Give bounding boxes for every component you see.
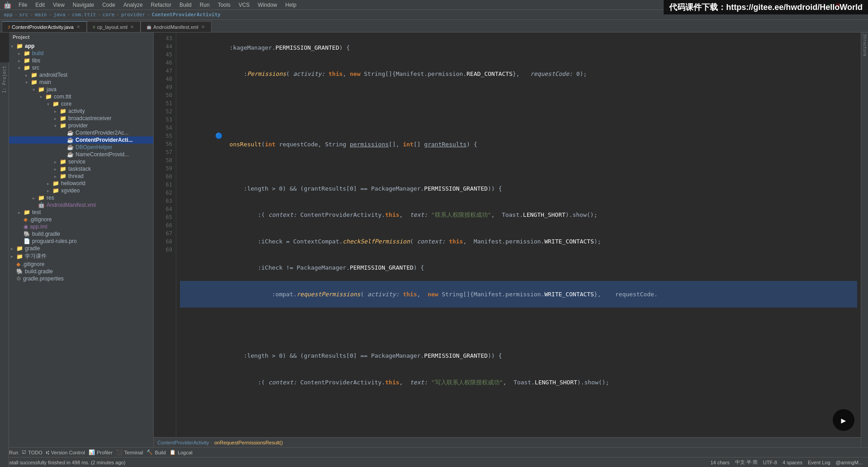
dbhelper-icon: ☕ [67, 144, 74, 150]
build-action[interactable]: 🔨 Build [146, 449, 165, 455]
tree-study[interactable]: ▸ 📁 学习课件 [9, 252, 153, 261]
tree-core[interactable]: ▾ 📁 core [9, 100, 153, 107]
breadcrumb-file[interactable]: ContentProviderActivity [157, 440, 209, 445]
tree-gradle-root[interactable]: ▸ 📁 gradle [9, 245, 153, 252]
menu-view[interactable]: View [49, 1, 68, 9]
status-bar: Install successfully finished in 498 ms.… [0, 457, 868, 467]
tree-main[interactable]: ▾ 📁 main [9, 79, 153, 86]
profiler-label[interactable]: Profiler [97, 450, 113, 455]
tree-libs[interactable]: ▸ 📁 libs [9, 57, 153, 64]
tab-layout-close[interactable]: ✕ [129, 24, 135, 29]
tree-build[interactable]: ▸ 📁 build [9, 50, 153, 57]
logcat-action[interactable]: 📋 Logcat [170, 449, 193, 455]
build-label[interactable]: Build [155, 450, 165, 455]
java-folder-icon: 📁 [38, 86, 45, 93]
menu-analyze[interactable]: Analyze [120, 1, 146, 9]
tab-java[interactable]: J ContentProviderActivity.java ✕ [2, 21, 87, 32]
path-java[interactable]: java [53, 12, 66, 18]
study-icon: 📁 [16, 253, 23, 260]
terminal-action[interactable]: ⬛ Terminal [116, 449, 143, 455]
menu-window[interactable]: Window [254, 1, 281, 9]
breadcrumb-method[interactable]: onRequestPermissionsResult() [214, 440, 283, 445]
menu-file[interactable]: File [15, 1, 31, 9]
profiler-icon: 📊 [89, 449, 95, 455]
structure-panel-icon[interactable]: Structure [863, 34, 867, 56]
java-icon: J [8, 25, 10, 29]
tree-namecontent[interactable]: ▸ ☕ NameContentProvid... [9, 151, 153, 158]
tree-cpa[interactable]: ▸ ☕ ContentProviderActi... [9, 136, 153, 144]
indent-info[interactable]: 4 spaces [783, 460, 802, 465]
menu-build[interactable]: Build [176, 1, 195, 9]
tree-app[interactable]: ▾ 📁 app [9, 42, 153, 50]
path-src[interactable]: src [19, 12, 28, 18]
res-icon: 📁 [38, 195, 45, 201]
app-icon: 🤖 [4, 1, 11, 9]
tree-java-folder[interactable]: ▾ 📁 java [9, 86, 153, 93]
tab-manifest-close[interactable]: ✕ [200, 24, 206, 29]
code-line-61: :length > 0) && (grantResults[0] == Pack… [180, 343, 857, 369]
tree-appiml[interactable]: ▸ ◉ app.iml [9, 223, 153, 230]
todo-action[interactable]: ☑ TODO [22, 449, 42, 455]
tree-buildgradle-root[interactable]: ▸ 🐘 build.gradle [9, 268, 153, 275]
gradle-root-icon: 📁 [16, 245, 23, 252]
tab-layout-xml[interactable]: X cp_layout.xml ✕ [87, 21, 141, 32]
menu-vcs[interactable]: VCS [235, 1, 254, 9]
code-text[interactable]: :kageManager.PERMISSION_GRANTED) { :Perm… [176, 33, 861, 437]
java-file-selected-icon: ☕ [67, 137, 74, 143]
run-label[interactable]: Run [9, 450, 18, 455]
tab-manifest-xml[interactable]: 🤖 AndroidManifest.xml ✕ [141, 21, 212, 32]
activity-label: activity [68, 108, 85, 114]
version-control-action[interactable]: ⑆ Version Control [46, 450, 85, 455]
path-file[interactable]: ContentProviderActivity [152, 12, 221, 18]
menu-tools[interactable]: Tools [214, 1, 234, 9]
code-line-50 [180, 158, 857, 167]
terminal-label[interactable]: Terminal [124, 450, 143, 455]
tree-broadcastreceiver[interactable]: ▸ 📁 broadcastreceiver [9, 115, 153, 122]
path-app[interactable]: app [4, 12, 13, 18]
code-editor[interactable]: 43 44 45 46 47 48 49 50 51 52 53 54 55 5… [154, 33, 861, 447]
tree-buildgradle-app[interactable]: ▸ 🐘 build.gradle [9, 230, 153, 238]
menu-refactor[interactable]: Refactor [147, 1, 175, 9]
tree-helloworld[interactable]: ▸ 📁 helloworld [9, 180, 153, 187]
path-provider[interactable]: provider [121, 12, 145, 18]
tree-comttit[interactable]: ▾ 📁 com.ttit [9, 93, 153, 100]
tree-service[interactable]: ▸ 📁 service [9, 158, 153, 165]
tree-test[interactable]: ▸ 📁 test [9, 209, 153, 216]
tree-androidtest[interactable]: ▸ 📁 androidTest [9, 71, 153, 79]
tab-layout-label: cp_layout.xml [97, 24, 127, 30]
menu-help[interactable]: Help [282, 1, 300, 9]
path-core[interactable]: core [103, 12, 115, 18]
tree-taskstack[interactable]: ▸ 📁 taskstack [9, 165, 153, 173]
tree-androidmanifest[interactable]: ▸ 🤖 AndroidManifest.xml [9, 201, 153, 209]
libs-icon: 📁 [24, 57, 30, 64]
build-icon: 🔨 [146, 449, 153, 455]
tab-java-close[interactable]: ✕ [75, 24, 81, 29]
tree-cp2[interactable]: ▸ ☕ ContentProvider2Ac... [9, 129, 153, 136]
tree-proguard[interactable]: ▸ 📄 proguard-rules.pro [9, 238, 153, 245]
profiler-action[interactable]: 📊 Profiler [89, 449, 113, 455]
path-package[interactable]: com.ttit [72, 12, 96, 18]
menu-navigate[interactable]: Navigate [69, 1, 98, 9]
logcat-label[interactable]: Logcat [178, 450, 193, 455]
utf-info[interactable]: UTF-8 [763, 460, 777, 465]
tree-gradleprops[interactable]: ▸ ⚙ gradle.properties [9, 275, 153, 282]
tree-gitignore-root[interactable]: ▸ ◆ .gitignore [9, 261, 153, 268]
menu-code[interactable]: Code [99, 1, 119, 9]
tree-gitignore-app[interactable]: ▸ ◆ .gitignore [9, 216, 153, 223]
tree-src[interactable]: ▾ 📁 src [9, 64, 153, 71]
video-play-button[interactable] [833, 409, 854, 431]
vc-label[interactable]: Version Control [51, 450, 85, 455]
path-main[interactable]: main [35, 12, 47, 18]
tree-res[interactable]: ▸ 📁 res [9, 194, 153, 201]
code-line-64 [180, 404, 857, 413]
menu-run[interactable]: Run [196, 1, 213, 9]
menu-edit[interactable]: Edit [32, 1, 48, 9]
project-panel-icon[interactable]: 1: Project [2, 66, 7, 93]
event-log[interactable]: Event Log [808, 460, 830, 465]
tree-dbhelper[interactable]: ▸ ☕ DBOpenHelper [9, 144, 153, 151]
tree-provider[interactable]: ▾ 📁 provider [9, 122, 153, 129]
tree-activity[interactable]: ▸ 📁 activity [9, 107, 153, 115]
todo-label[interactable]: TODO [28, 450, 42, 455]
tree-thread[interactable]: ▸ 📁 thread [9, 173, 153, 180]
tree-xgvideo[interactable]: ▸ 📁 xgvideo [9, 187, 153, 194]
